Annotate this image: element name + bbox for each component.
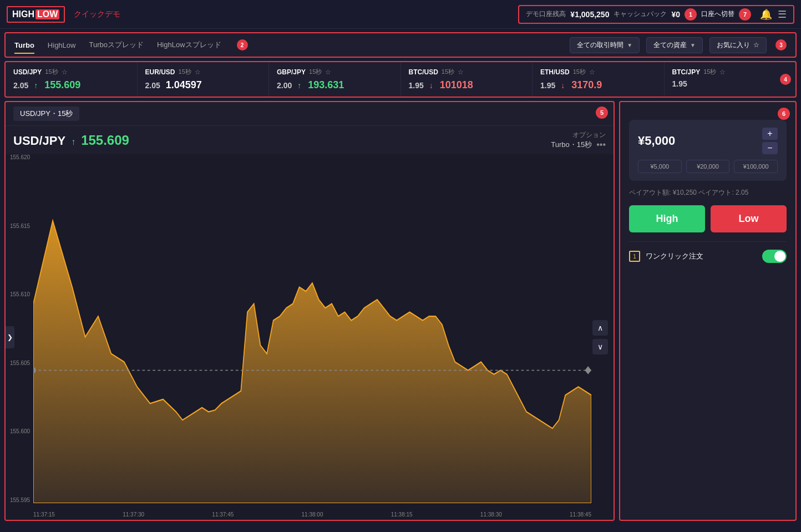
one-click-toggle[interactable]	[762, 250, 787, 263]
ticker-symbol: ETH/USD	[540, 68, 570, 76]
ticker-symbol: BTC/USD	[409, 68, 438, 76]
ticker-payout: 2.00	[277, 81, 292, 90]
amount-decrease-btn[interactable]: −	[762, 142, 778, 154]
x-label: 11:38:45	[570, 511, 591, 518]
amount-controls: + −	[762, 128, 778, 154]
tab-turbo[interactable]: Turbo	[14, 39, 34, 52]
amount-box: ¥5,000 + − ¥5,000 ¥20,000 ¥100,000	[629, 120, 787, 181]
one-click-row: 1 ワンクリック注文	[629, 241, 787, 263]
y-label: 155.610	[10, 291, 30, 297]
chart-option-info: オプション Turbo・15秒 •••	[551, 130, 606, 150]
chart-price-arrow-up-icon: ↑	[71, 137, 75, 147]
bell-icon[interactable]: 🔔	[760, 8, 772, 21]
y-label: 155.605	[10, 360, 30, 366]
y-label: 155.620	[10, 154, 30, 160]
ticker-strip: USD/JPY 15秒 ☆ 2.05 ↑ 155.609 EUR/USD 15秒…	[4, 61, 797, 98]
chart-header: USD/JPY・15秒	[6, 102, 614, 126]
chart-expand-btn[interactable]: ❯	[6, 326, 14, 348]
tab-highlow[interactable]: HighLow	[48, 39, 76, 52]
ticker-gbpjpy[interactable]: GBP/JPY 15秒 ☆ 2.00 ↑ 193.631	[269, 62, 401, 97]
ticker-payout: 2.05	[145, 81, 160, 90]
more-options-icon[interactable]: •••	[596, 140, 606, 150]
chart-body: 155.620 155.615 155.610 155.605 155.600 …	[6, 154, 614, 520]
tabs-bar: Turbo HighLow Turboスプレッド HighLowスプレッド 2 …	[4, 32, 797, 58]
chart-section: 5 USD/JPY・15秒 USD/JPY ↑ 155.609 オプション Tu…	[4, 101, 615, 521]
ticker-price: 101018	[440, 79, 473, 91]
ticker-btcjpy[interactable]: BTC/JPY 15秒 ☆ 1.95 4	[665, 62, 796, 97]
star-icon: ☆	[753, 41, 759, 49]
ticker-interval: 15秒	[703, 68, 716, 76]
y-label: 155.615	[10, 223, 30, 229]
badge-7: 7	[739, 8, 751, 21]
down-arrow-icon: ↓	[429, 81, 433, 90]
ticker-btcusd[interactable]: BTC/USD 15秒 ☆ 1.95 ↓ 101018	[401, 62, 533, 97]
chart-chevrons: ∧ ∨	[592, 320, 608, 354]
up-arrow-icon: ↑	[297, 81, 301, 90]
ticker-interval: 15秒	[573, 68, 586, 76]
ticker-interval: 15秒	[442, 68, 454, 76]
chart-scroll-down-btn[interactable]: ∨	[592, 339, 608, 354]
preset-5000-btn[interactable]: ¥5,000	[638, 160, 682, 173]
badge-3: 3	[775, 39, 787, 50]
preset-100000-btn[interactable]: ¥100,000	[734, 160, 778, 173]
cashback-label: キャッシュバック	[614, 9, 667, 19]
logo[interactable]: HIGH LOW	[7, 6, 65, 23]
x-label: 11:37:30	[123, 511, 144, 518]
ticker-symbol: USD/JPY	[13, 68, 42, 76]
low-button[interactable]: Low	[711, 205, 787, 232]
logo-high: HIGH	[12, 9, 34, 19]
account-switch-btn[interactable]: 口座へ切替	[701, 9, 734, 19]
down-arrow-icon: ↓	[561, 81, 565, 90]
chart-symbol-name: USD/JPY	[13, 134, 65, 148]
y-label: 155.595	[10, 497, 30, 503]
star-icon[interactable]: ☆	[62, 68, 68, 76]
ticker-ethusd[interactable]: ETH/USD 15秒 ☆ 1.95 ↓ 3170.9	[533, 62, 665, 97]
balance-label: デモ口座残高	[526, 9, 566, 19]
ticker-interval: 15秒	[309, 68, 322, 76]
chart-tab[interactable]: USD/JPY・15秒	[13, 107, 79, 121]
amount-value: ¥5,000	[638, 134, 675, 148]
star-icon[interactable]: ☆	[589, 68, 595, 76]
tab-turbo-spread[interactable]: Turboスプレッド	[89, 38, 143, 52]
chart-price: 155.609	[81, 133, 129, 148]
amount-increase-btn[interactable]: +	[762, 128, 778, 140]
header-right: デモ口座残高 ¥1,005,250 キャッシュバック ¥0 1 口座へ切替 7 …	[518, 5, 794, 24]
menu-icon[interactable]: ☰	[778, 8, 787, 21]
main-content: 5 USD/JPY・15秒 USD/JPY ↑ 155.609 オプション Tu…	[4, 101, 797, 521]
asset-filter-btn[interactable]: 全ての資産 ▼	[646, 37, 703, 53]
ticker-interval: 15秒	[45, 68, 58, 76]
ticker-usdjpy[interactable]: USD/JPY 15秒 ☆ 2.05 ↑ 155.609	[6, 62, 138, 97]
preset-20000-btn[interactable]: ¥20,000	[686, 160, 730, 173]
x-label: 11:37:45	[212, 511, 234, 518]
header-icons: 🔔 ☰	[760, 8, 787, 21]
chart-scroll-up-btn[interactable]: ∧	[592, 320, 608, 336]
tab-highlow-spread[interactable]: HighLowスプレッド	[157, 38, 221, 52]
y-label: 155.600	[10, 428, 30, 434]
high-button[interactable]: High	[629, 205, 705, 232]
star-icon[interactable]: ☆	[325, 68, 331, 76]
chart-option-value: Turbo・15秒	[551, 140, 592, 150]
badge-2: 2	[237, 39, 248, 50]
chart-symbol-area: USD/JPY ↑ 155.609 オプション Turbo・15秒 •••	[6, 126, 614, 154]
ticker-payout: 1.95	[540, 81, 555, 90]
ticker-price: 193.631	[308, 79, 344, 91]
payout-info: ペイアウト額: ¥10,250 ペイアウト: 2.05	[629, 188, 787, 197]
favorite-btn[interactable]: お気に入り ☆	[709, 37, 767, 53]
ticker-price: 155.609	[44, 79, 80, 91]
quick-demo-label: クイックデモ	[74, 9, 120, 19]
svg-marker-2	[585, 366, 591, 374]
ticker-payout: 1.95	[672, 79, 687, 88]
one-click-label: ワンクリック注文	[646, 251, 757, 261]
x-label: 11:38:00	[302, 511, 323, 518]
star-icon[interactable]: ☆	[458, 68, 464, 76]
ticker-eurusd[interactable]: EUR/USD 15秒 ☆ 2.05 1.04597	[138, 62, 270, 97]
cashback-value: ¥0	[671, 10, 680, 19]
price-chart	[33, 154, 591, 503]
header-left: HIGH LOW クイックデモ	[7, 6, 120, 23]
star-icon[interactable]: ☆	[195, 68, 201, 76]
chart-option-label: オプション	[551, 130, 606, 140]
up-arrow-icon: ↑	[34, 81, 38, 90]
time-filter-btn[interactable]: 全ての取引時間 ▼	[570, 37, 640, 53]
x-label: 11:38:15	[391, 511, 413, 518]
star-icon[interactable]: ☆	[719, 68, 726, 76]
